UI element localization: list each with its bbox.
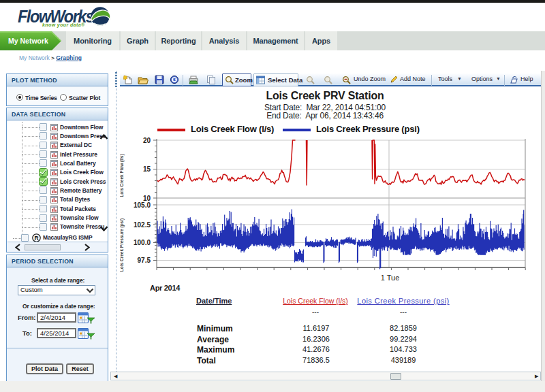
svg-text:1 Tue: 1 Tue [381,274,400,282]
svg-text:Lois Creek Flow (l/s): Lois Creek Flow (l/s) [120,154,125,197]
svg-text:100.0: 100.0 [134,239,151,246]
svg-text:102.5: 102.5 [134,221,151,229]
svg-text:20: 20 [143,137,151,144]
svg-text:Apr 2014: Apr 2014 [150,284,181,292]
svg-text:10: 10 [143,195,151,202]
svg-text:97.5: 97.5 [138,257,151,264]
svg-text:15: 15 [143,165,151,173]
svg-text:Lois Creek Pressure (psi): Lois Creek Pressure (psi) [120,218,125,272]
svg-text:105.0: 105.0 [134,201,151,209]
